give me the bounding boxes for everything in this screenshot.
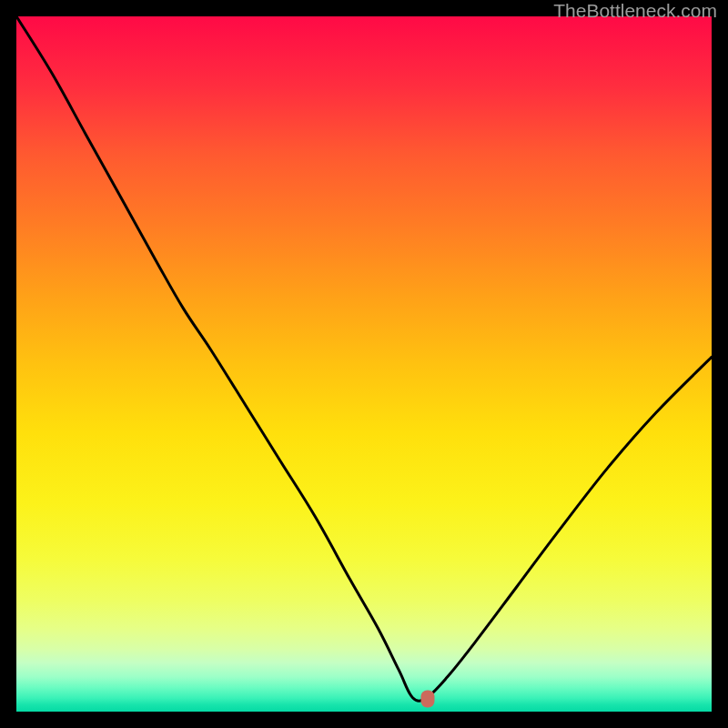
- watermark-text: TheBottleneck.com: [553, 0, 717, 22]
- chart-frame: TheBottleneck.com: [0, 0, 728, 728]
- bottleneck-curve: [16, 16, 712, 712]
- plot-area: [16, 16, 712, 712]
- curve-path: [16, 16, 712, 701]
- optimum-marker: [421, 691, 435, 708]
